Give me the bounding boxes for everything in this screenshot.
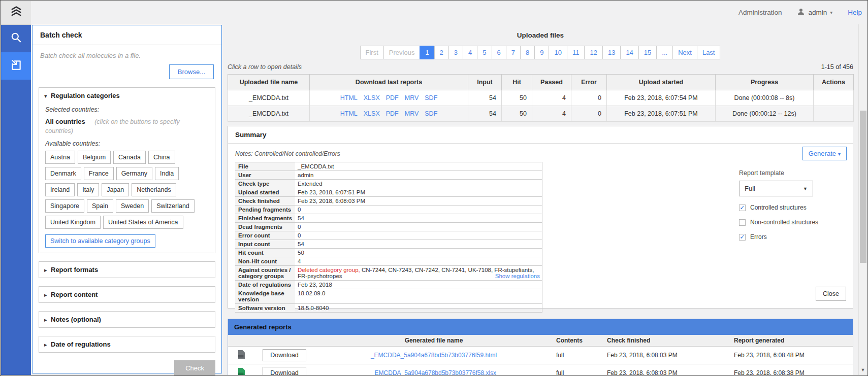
- download-sdf-link[interactable]: SDF: [425, 110, 437, 117]
- section-report-content: ▸Report content: [39, 286, 215, 303]
- summary-row: Upload startedFeb 23, 2018, 6:07:51 PM: [235, 188, 542, 197]
- download-pdf-link[interactable]: PDF: [386, 94, 399, 101]
- result-range: 1-15 of 456: [821, 63, 853, 71]
- summary-field-value: 50: [295, 249, 542, 257]
- summary-panel: Summary Notes: Controlled/Not-controlled…: [228, 126, 853, 309]
- pagination-page-6[interactable]: 6: [492, 46, 506, 59]
- country-button-germany[interactable]: Germany: [116, 167, 152, 180]
- country-button-united-kingdom[interactable]: United Kingdom: [45, 216, 101, 229]
- column-header-download: [254, 335, 314, 347]
- user-menu[interactable]: admin ▾: [797, 8, 832, 17]
- country-button-spain[interactable]: Spain: [87, 199, 113, 213]
- section-header-report-content[interactable]: ▸Report content: [39, 287, 215, 302]
- pagination-page-10[interactable]: 10: [549, 46, 567, 59]
- cell-report-generated: Feb 23, 2018, 6:08:38 PM: [731, 364, 853, 375]
- country-button-netherlands[interactable]: Netherlands: [132, 183, 176, 196]
- summary-row: Knowledge base version18.02.09.0: [235, 289, 542, 304]
- summary-field-label: Non-Hit count: [235, 257, 295, 266]
- scroll-down-arrow-icon[interactable]: ▼: [859, 367, 867, 372]
- logo-zigzag-icon: [9, 5, 23, 20]
- pagination-page-9[interactable]: 9: [534, 46, 549, 59]
- country-button-switzerland[interactable]: Switzerland: [151, 199, 195, 213]
- column-header-contents: Contents: [553, 335, 604, 347]
- pagination-previous[interactable]: Previous: [383, 46, 421, 59]
- pagination-page-14[interactable]: 14: [620, 46, 638, 59]
- pagination-page-2[interactable]: 2: [434, 46, 449, 59]
- regulation-categories-header[interactable]: ▾Regulation categories: [39, 88, 215, 104]
- checkbox-unchecked-icon: [739, 219, 746, 226]
- checkbox-errors[interactable]: ✓Errors: [739, 233, 847, 241]
- checkbox-non-controlled-structures[interactable]: Non-controlled structures: [739, 219, 847, 226]
- cell-contents: full: [553, 347, 604, 364]
- show-regulations-link[interactable]: Show regulations: [495, 273, 540, 279]
- pagination-page-8[interactable]: 8: [520, 46, 535, 59]
- generated-file-link[interactable]: _EMCDDA_5a904a678bd5b73b03776f58.xlsx: [371, 369, 496, 375]
- administration-link[interactable]: Administration: [738, 9, 782, 16]
- pagination-first[interactable]: First: [360, 46, 384, 59]
- pagination-last[interactable]: Last: [697, 46, 721, 59]
- generate-button[interactable]: Generate▾: [802, 147, 847, 160]
- summary-field-label: Date of regulations: [235, 281, 295, 289]
- sidebar-item-batch-check[interactable]: [1, 52, 31, 80]
- pagination-page-7[interactable]: 7: [506, 46, 521, 59]
- country-button-belgium[interactable]: Belgium: [78, 151, 111, 164]
- summary-field-label: Dead fragments: [235, 223, 295, 231]
- pagination-page-4[interactable]: 4: [463, 46, 477, 59]
- vertical-scrollbar[interactable]: ▼: [858, 24, 867, 375]
- browse-button[interactable]: Browse...: [169, 64, 214, 79]
- pagination-ellipsis[interactable]: ...: [656, 46, 673, 59]
- country-button-china[interactable]: China: [148, 151, 175, 164]
- country-button-denmark[interactable]: Denmark: [45, 167, 81, 180]
- pagination-next[interactable]: Next: [672, 46, 697, 59]
- available-countries-label: Available countries:: [45, 140, 209, 147]
- uploaded-file-row[interactable]: _EMCDDA.txtHTMLXLSXPDFMRVSDF545040Feb 23…: [228, 90, 854, 106]
- country-button-ireland[interactable]: Ireland: [45, 183, 75, 196]
- download-mrv-link[interactable]: MRV: [405, 94, 419, 101]
- checkbox-controlled-structures[interactable]: ✓Controlled structures: [739, 204, 847, 211]
- section-report-formats: ▸Report formats: [39, 261, 215, 278]
- section-header-date-of-regulations[interactable]: ▸Date of regulations: [39, 336, 215, 352]
- switch-category-groups-button[interactable]: Switch to available category groups: [45, 234, 155, 248]
- pagination-page-11[interactable]: 11: [567, 46, 585, 59]
- download-xlsx-link[interactable]: XLSX: [364, 94, 380, 101]
- pagination-page-12[interactable]: 12: [584, 46, 602, 59]
- uploaded-file-row[interactable]: _EMCDDA.txtHTMLXLSXPDFMRVSDF545040Feb 23…: [228, 106, 854, 122]
- country-button-france[interactable]: France: [84, 167, 114, 180]
- pagination-page-13[interactable]: 13: [602, 46, 621, 59]
- country-button-united-states-of-america[interactable]: United States of America: [103, 216, 183, 229]
- country-button-india[interactable]: India: [155, 167, 179, 180]
- cell-download: Download: [254, 364, 314, 375]
- download-button[interactable]: Download: [263, 367, 306, 375]
- section-regulation-categories: ▾Regulation categories Selected countrie…: [39, 87, 215, 253]
- country-button-sweden[interactable]: Sweden: [116, 199, 149, 213]
- pagination-page-5[interactable]: 5: [477, 46, 492, 59]
- country-button-japan[interactable]: Japan: [102, 183, 129, 196]
- scrollbar-thumb[interactable]: [860, 111, 866, 263]
- summary-field-value: 54: [295, 214, 542, 223]
- pagination-page-15[interactable]: 15: [638, 46, 657, 59]
- generated-file-link[interactable]: _EMCDDA_5a904a678bd5b73b03776f59.html: [371, 352, 497, 359]
- country-button-singapore[interactable]: Singapore: [45, 199, 84, 213]
- download-sdf-link[interactable]: SDF: [425, 94, 437, 101]
- download-button[interactable]: Download: [263, 349, 306, 361]
- download-html-link[interactable]: HTML: [340, 110, 358, 117]
- help-link[interactable]: Help: [848, 9, 862, 16]
- deleted-category-group-text: Deleted category group,: [298, 267, 360, 273]
- download-mrv-link[interactable]: MRV: [405, 110, 419, 117]
- close-button[interactable]: Close: [816, 287, 846, 301]
- check-button[interactable]: Check: [174, 360, 215, 376]
- app-logo[interactable]: [1, 1, 31, 25]
- section-header-report-formats[interactable]: ▸Report formats: [39, 262, 215, 278]
- download-pdf-link[interactable]: PDF: [386, 110, 399, 117]
- download-html-link[interactable]: HTML: [340, 94, 358, 101]
- pagination-page-3[interactable]: 3: [448, 46, 463, 59]
- pagination-page-1[interactable]: 1: [420, 46, 434, 59]
- report-template-select[interactable]: Full ▼: [739, 181, 813, 196]
- download-xlsx-link[interactable]: XLSX: [364, 110, 380, 117]
- country-button-canada[interactable]: Canada: [113, 151, 146, 164]
- summary-row: Dead fragments0: [235, 223, 542, 231]
- country-button-austria[interactable]: Austria: [45, 151, 75, 164]
- country-button-italy[interactable]: Italy: [77, 183, 99, 196]
- sidebar-item-search[interactable]: [1, 25, 31, 52]
- section-header-notes-optional[interactable]: ▸Notes (optional): [39, 312, 215, 327]
